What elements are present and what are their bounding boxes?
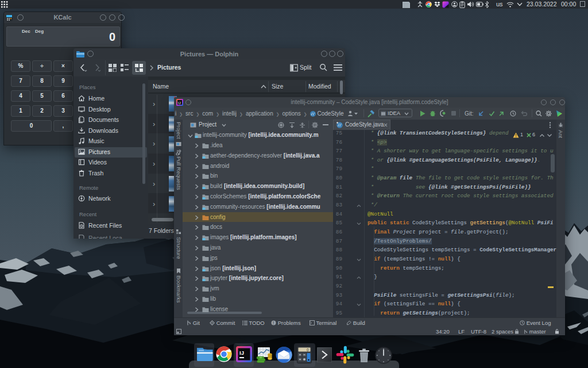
svg-text:!: !: [273, 321, 274, 325]
svg-text:IJ: IJ: [178, 101, 181, 105]
svg-text:0: 0: [307, 348, 309, 352]
svg-text:IJ: IJ: [239, 350, 244, 356]
